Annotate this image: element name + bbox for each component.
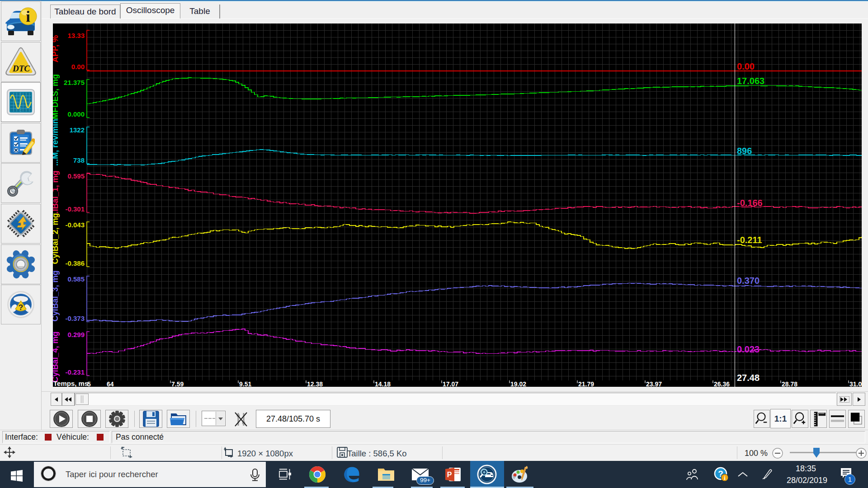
svg-text:28.78: 28.78	[782, 380, 797, 387]
svg-text:19.02: 19.02	[510, 380, 526, 387]
svg-text:0.00: 0.00	[737, 61, 755, 71]
svg-text:?: ?	[19, 303, 23, 312]
svg-text:0.585: 0.585	[67, 275, 85, 283]
svg-text:i: i	[26, 8, 30, 25]
svg-text:0.023: 0.023	[737, 344, 760, 354]
svg-text:0.299: 0.299	[67, 331, 85, 338]
svg-text:1322: 1322	[70, 126, 85, 134]
svg-text:0.595: 0.595	[67, 172, 85, 180]
svg-text:13.33: 13.33	[67, 32, 85, 39]
svg-text:738: 738	[73, 156, 85, 164]
svg-text:i: i	[724, 474, 726, 481]
svg-text:21.375: 21.375	[64, 79, 85, 86]
svg-text:APP, %: APP, %	[53, 35, 60, 63]
svg-text:21.79: 21.79	[578, 380, 594, 387]
svg-text:-0.231: -0.231	[65, 368, 85, 376]
svg-text:-0.373: -0.373	[65, 314, 85, 322]
svg-text:Temps, ms: Temps, ms	[53, 380, 88, 387]
svg-text:7.59: 7.59	[171, 380, 184, 387]
svg-text:DTC: DTC	[12, 64, 30, 73]
svg-text:...M, rev/min: ...M, rev/min	[53, 119, 60, 166]
svg-text:-0.301: -0.301	[65, 205, 85, 213]
svg-text:23.97: 23.97	[646, 380, 662, 387]
svg-text:CylBal_2, mg: CylBal_2, mg	[53, 213, 60, 264]
svg-text:0.00: 0.00	[71, 63, 85, 70]
svg-text:14.18: 14.18	[375, 380, 391, 387]
svg-text:P: P	[447, 471, 452, 479]
svg-text:CylBal_4, mg: CylBal_4, mg	[53, 331, 60, 382]
svg-text:17.063: 17.063	[737, 76, 764, 86]
svg-text:896: 896	[737, 146, 752, 156]
svg-text:17.07: 17.07	[443, 380, 458, 387]
svg-text:-0.043: -0.043	[65, 221, 85, 229]
svg-text:27.48: 27.48	[737, 373, 760, 383]
svg-text:31.0: 31.0	[849, 380, 862, 387]
svg-text:-0.211: -0.211	[737, 235, 762, 245]
svg-text:64: 64	[107, 380, 114, 387]
svg-text:CylBal_3, mg: CylBal_3, mg	[53, 270, 60, 321]
svg-text:...lBal_1, mg: ...lBal_1, mg	[53, 170, 60, 218]
svg-text:0.000: 0.000	[67, 110, 85, 118]
svg-text:0.370: 0.370	[737, 276, 760, 286]
svg-text:-0.166: -0.166	[737, 198, 763, 208]
svg-text:12.38: 12.38	[307, 380, 323, 387]
svg-text:9.51: 9.51	[239, 380, 251, 387]
svg-text:MFDES, mg: MFDES, mg	[53, 74, 60, 119]
svg-text:26.36: 26.36	[714, 380, 730, 387]
svg-text:-0.386: -0.386	[65, 259, 85, 267]
